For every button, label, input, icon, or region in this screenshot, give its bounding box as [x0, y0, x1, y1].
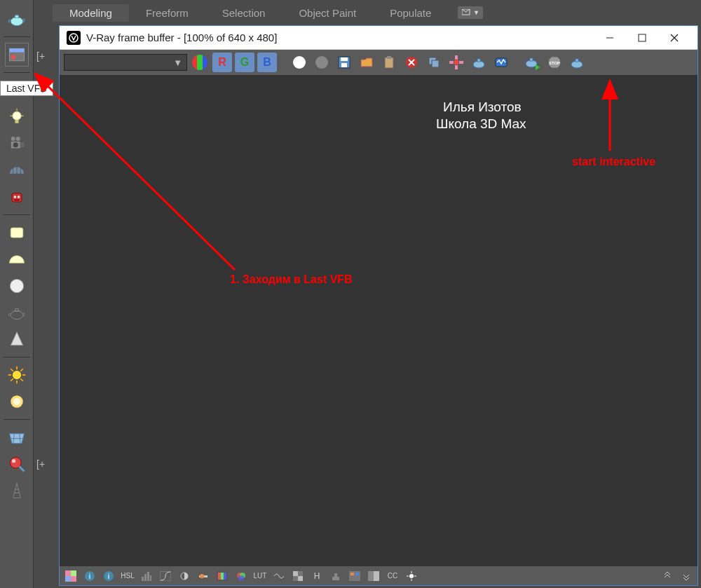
render-last-icon[interactable]: [469, 53, 489, 72]
svg-rect-101: [293, 571, 298, 576]
teapot-icon[interactable]: [5, 7, 29, 31]
ribbon-tab-selection[interactable]: Selection: [205, 4, 283, 22]
curve-icon[interactable]: [157, 568, 174, 584]
rgb-channels-button[interactable]: [190, 53, 210, 72]
svg-point-1: [11, 17, 23, 25]
close-button[interactable]: [658, 27, 690, 48]
svg-rect-103: [332, 577, 339, 580]
svg-rect-106: [350, 573, 354, 575]
info-icon[interactable]: i: [81, 568, 98, 584]
green-channel-button[interactable]: G: [235, 53, 254, 72]
expand-down-icon[interactable]: [678, 568, 695, 584]
svg-rect-87: [147, 572, 149, 581]
region-render-icon[interactable]: [447, 53, 466, 72]
stop-render-icon[interactable]: STOP: [545, 53, 564, 72]
sun-icon[interactable]: [5, 363, 29, 387]
blue-channel-button[interactable]: B: [257, 53, 277, 72]
vray-frame-buffer-window: V-Ray frame buffer - [100% of 640 x 480]…: [59, 25, 698, 586]
white-balance-icon[interactable]: [195, 568, 212, 584]
ribbon-tabs: Modeling Freeform Selection Object Paint…: [53, 3, 483, 22]
levels-icon[interactable]: [138, 568, 155, 584]
dome-icon[interactable]: [5, 158, 29, 182]
annotation-author-line1: Илья Изотов: [443, 100, 522, 115]
svg-rect-59: [387, 56, 391, 59]
viewport-label-strip: [+ [+: [34, 24, 59, 587]
save-icon[interactable]: [334, 53, 354, 72]
ocio-icon[interactable]: [271, 568, 287, 584]
hue-sat-icon[interactable]: [214, 568, 231, 584]
ribbon-mail-dropdown[interactable]: ▼: [458, 6, 483, 19]
cone-icon[interactable]: [5, 327, 29, 351]
light-bulb-icon[interactable]: [5, 105, 29, 129]
svg-rect-86: [144, 574, 147, 581]
plane-light-icon[interactable]: [5, 221, 29, 245]
vray-vfb-icon[interactable]: [346, 568, 363, 584]
svg-point-5: [11, 55, 15, 60]
minimize-button[interactable]: [594, 27, 626, 48]
vfb-viewport[interactable]: [60, 75, 697, 566]
ribbon-tab-freeform[interactable]: Freeform: [129, 4, 205, 22]
svg-text:i: i: [89, 572, 90, 580]
clipboard-icon[interactable]: [379, 53, 399, 72]
vfb-titlebar[interactable]: V-Ray frame buffer - [100% of 640 x 480]: [60, 26, 697, 50]
hsl-button[interactable]: HSL: [119, 568, 136, 584]
glow-sphere-icon[interactable]: [5, 390, 29, 413]
exposure-icon[interactable]: [176, 568, 193, 584]
stamp-icon[interactable]: [327, 568, 344, 584]
maximize-button[interactable]: [626, 27, 658, 48]
robot-icon[interactable]: [5, 185, 29, 209]
viewport-label-bottom[interactable]: [+: [34, 454, 48, 474]
start-interactive-button[interactable]: [522, 53, 542, 72]
svg-point-29: [11, 310, 23, 319]
duplicate-icon[interactable]: [424, 53, 444, 72]
info-pixel-icon[interactable]: i: [100, 568, 117, 584]
background-icon[interactable]: [290, 568, 306, 584]
svg-point-25: [17, 196, 20, 198]
mono-grey-button[interactable]: [312, 53, 332, 72]
clear-icon[interactable]: [402, 53, 421, 72]
annotation-start-interactive: start interactive: [572, 156, 655, 168]
svg-line-37: [20, 378, 23, 381]
red-channel-button[interactable]: R: [212, 53, 232, 72]
svg-rect-95: [221, 573, 224, 580]
svg-point-46: [12, 459, 15, 463]
svg-point-16: [13, 142, 18, 147]
histogram-toggle[interactable]: H: [308, 568, 325, 584]
dome-light-icon[interactable]: [5, 247, 29, 271]
color-picker-icon[interactable]: [62, 568, 79, 584]
svg-rect-108: [368, 571, 374, 581]
cc-button[interactable]: CC: [384, 568, 401, 584]
svg-line-47: [19, 467, 24, 472]
expand-up-icon[interactable]: [659, 568, 676, 584]
sphere-light-icon[interactable]: [5, 274, 29, 298]
ribbon-tab-objectpaint[interactable]: Object Paint: [282, 4, 373, 22]
folder-open-icon[interactable]: [357, 53, 376, 72]
lens-effects-icon[interactable]: [403, 568, 420, 584]
color-balance-icon[interactable]: [233, 568, 250, 584]
last-vfb-button[interactable]: [5, 43, 29, 67]
svg-rect-4: [9, 48, 24, 52]
last-vfb-tooltip: Last VFB: [0, 81, 53, 96]
lut-button[interactable]: LUT: [252, 568, 268, 584]
grid-floor-icon[interactable]: [5, 425, 29, 449]
tower-icon[interactable]: [5, 479, 29, 502]
camera-icon[interactable]: [5, 132, 29, 156]
svg-rect-67: [455, 55, 458, 60]
svg-rect-65: [449, 61, 454, 64]
svg-rect-74: [530, 58, 533, 61]
ribbon-tab-modeling[interactable]: Modeling: [53, 4, 129, 22]
svg-rect-88: [150, 575, 151, 581]
track-mouse-icon[interactable]: [491, 53, 511, 72]
sphere-pin-icon[interactable]: [5, 452, 29, 476]
vfb-window-title: V-Ray frame buffer - [100% of 640 x 480]: [86, 32, 594, 43]
svg-rect-56: [341, 57, 348, 61]
compare-icon[interactable]: [365, 568, 382, 584]
ribbon-tab-populate[interactable]: Populate: [373, 4, 448, 22]
render-icon[interactable]: [567, 53, 587, 72]
teapot-mesh-icon[interactable]: [5, 301, 29, 324]
viewport-label-top[interactable]: [+: [34, 46, 59, 66]
svg-rect-57: [341, 63, 347, 67]
vfb-channel-dropdown[interactable]: ▼: [64, 54, 187, 71]
svg-rect-69: [454, 60, 458, 64]
mono-white-button[interactable]: [290, 53, 309, 72]
